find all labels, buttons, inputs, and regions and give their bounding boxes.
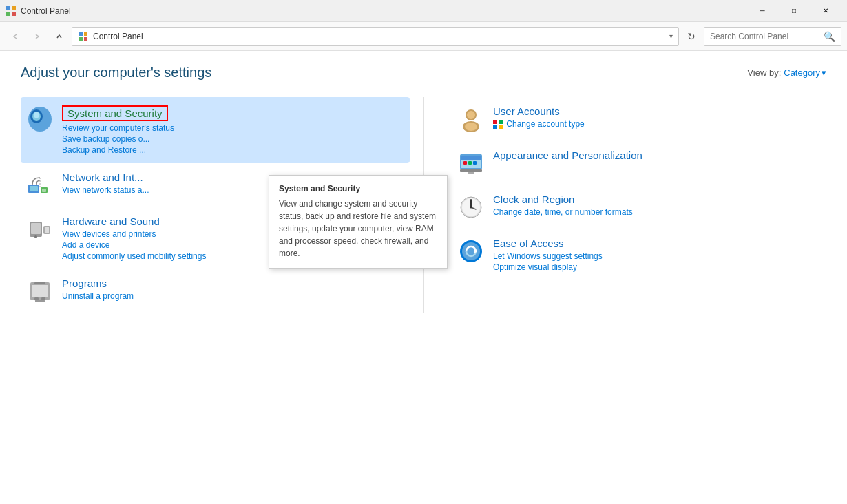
- programs-content: Programs Uninstall a program: [62, 277, 404, 301]
- system-security-content: System and Security Review your computer…: [62, 105, 404, 155]
- clock-link-1[interactable]: Change date, time, or number formats: [493, 207, 821, 217]
- page-header: Adjust your computer's settings View by:…: [21, 65, 826, 81]
- programs-links: Uninstall a program: [62, 291, 404, 301]
- svg-rect-37: [461, 156, 481, 160]
- address-text: Control Panel: [93, 32, 665, 41]
- svg-rect-4: [79, 32, 83, 36]
- user-accounts-icon: [457, 105, 485, 133]
- maximize-button[interactable]: □: [778, 0, 810, 22]
- minimize-button[interactable]: ─: [746, 0, 778, 22]
- svg-rect-40: [463, 161, 467, 165]
- titlebar: Control Panel ─ □ ✕: [0, 0, 847, 22]
- appearance-icon: [457, 149, 485, 177]
- system-security-link-1[interactable]: Review your computer's status: [62, 123, 404, 133]
- up-button[interactable]: [50, 27, 69, 46]
- svg-rect-41: [468, 161, 472, 165]
- svg-rect-7: [84, 37, 87, 41]
- svg-rect-33: [493, 125, 497, 129]
- ease-access-icon: [457, 238, 485, 265]
- system-security-title[interactable]: System and Security: [62, 105, 168, 121]
- svg-rect-42: [473, 161, 477, 165]
- category-ease-access[interactable]: Ease of Access Let Windows suggest setti…: [452, 229, 826, 280]
- system-security-links: Review your computer's status Save backu…: [62, 123, 404, 155]
- category-user-accounts[interactable]: User Accounts Change account type: [452, 97, 826, 141]
- tooltip-text: View and change system and security stat…: [279, 198, 437, 260]
- svg-rect-6: [79, 37, 83, 41]
- svg-rect-0: [6, 6, 10, 10]
- ease-access-title[interactable]: Ease of Access: [493, 238, 821, 249]
- svg-rect-34: [499, 125, 503, 129]
- address-dropdown-icon[interactable]: ▾: [669, 32, 673, 40]
- app-icon: [6, 6, 17, 17]
- hardware-icon: [26, 216, 54, 243]
- back-button[interactable]: [6, 27, 25, 46]
- category-system-security[interactable]: System and Security Review your computer…: [21, 97, 410, 163]
- svg-rect-15: [42, 189, 46, 192]
- address-bar[interactable]: Control Panel ▾: [72, 27, 679, 46]
- user-accounts-links: Change account type: [493, 119, 821, 129]
- svg-point-11: [34, 112, 39, 118]
- page-title: Adjust your computer's settings: [21, 65, 211, 81]
- appearance-content: Appearance and Personalization: [493, 149, 821, 161]
- programs-icon: [26, 277, 54, 305]
- clock-icon: [457, 193, 485, 221]
- svg-rect-3: [12, 12, 16, 16]
- navbar: Control Panel ▾ ↻ 🔍: [0, 22, 847, 51]
- svg-rect-38: [460, 169, 482, 172]
- clock-links: Change date, time, or number formats: [493, 207, 821, 217]
- network-icon: [26, 171, 54, 199]
- svg-point-18: [34, 235, 37, 238]
- svg-point-47: [470, 207, 472, 209]
- ease-access-link-1[interactable]: Let Windows suggest settings: [493, 251, 821, 261]
- titlebar-controls: ─ □ ✕: [746, 0, 841, 22]
- ease-access-links: Let Windows suggest settings Optimize vi…: [493, 251, 821, 272]
- ease-access-link-2[interactable]: Optimize visual display: [493, 262, 821, 272]
- user-accounts-link-1[interactable]: Change account type: [493, 119, 821, 129]
- address-icon: [78, 31, 89, 42]
- svg-rect-2: [6, 12, 10, 16]
- forward-button[interactable]: [28, 27, 47, 46]
- svg-rect-1: [12, 6, 16, 10]
- svg-rect-31: [493, 120, 497, 124]
- tooltip-popup: System and Security View and change syst…: [269, 175, 448, 269]
- svg-rect-17: [31, 223, 41, 234]
- clock-content: Clock and Region Change date, time, or n…: [493, 193, 821, 217]
- search-icon: 🔍: [824, 31, 835, 42]
- svg-rect-5: [84, 32, 87, 36]
- view-by-value: Category: [784, 67, 820, 78]
- system-security-link-3[interactable]: Backup and Restore ...: [62, 145, 404, 155]
- close-button[interactable]: ✕: [810, 0, 841, 22]
- titlebar-appname: Control Panel: [21, 6, 71, 16]
- main-content: Adjust your computer's settings View by:…: [0, 51, 847, 327]
- svg-rect-13: [30, 186, 38, 191]
- user-accounts-title[interactable]: User Accounts: [493, 105, 821, 117]
- titlebar-left: Control Panel: [6, 6, 71, 17]
- category-programs[interactable]: Programs Uninstall a program: [21, 269, 410, 313]
- system-security-icon: [26, 105, 54, 133]
- refresh-button[interactable]: ↻: [682, 27, 701, 46]
- user-accounts-content: User Accounts Change account type: [493, 105, 821, 129]
- programs-link-1[interactable]: Uninstall a program: [62, 291, 404, 301]
- tooltip-title: System and Security: [279, 184, 437, 193]
- svg-rect-22: [32, 285, 48, 297]
- svg-rect-32: [499, 120, 503, 124]
- programs-title[interactable]: Programs: [62, 277, 404, 289]
- clock-title[interactable]: Clock and Region: [493, 193, 821, 205]
- svg-point-29: [467, 111, 475, 119]
- view-by: View by: Category ▾: [747, 67, 826, 78]
- search-input[interactable]: [710, 32, 821, 41]
- view-by-dropdown[interactable]: Category ▾: [784, 67, 826, 78]
- category-appearance[interactable]: Appearance and Personalization: [452, 141, 826, 185]
- svg-rect-26: [34, 282, 45, 284]
- svg-point-30: [465, 123, 477, 131]
- svg-rect-39: [468, 172, 474, 174]
- svg-point-49: [462, 242, 480, 260]
- system-security-link-2[interactable]: Save backup copies o...: [62, 134, 404, 144]
- view-by-dropdown-icon: ▾: [822, 67, 826, 78]
- appearance-title[interactable]: Appearance and Personalization: [493, 149, 821, 161]
- svg-rect-25: [35, 300, 45, 302]
- ease-access-content: Ease of Access Let Windows suggest setti…: [493, 238, 821, 272]
- category-clock[interactable]: Clock and Region Change date, time, or n…: [452, 185, 826, 229]
- search-bar[interactable]: 🔍: [704, 27, 841, 46]
- view-by-label: View by:: [747, 67, 781, 78]
